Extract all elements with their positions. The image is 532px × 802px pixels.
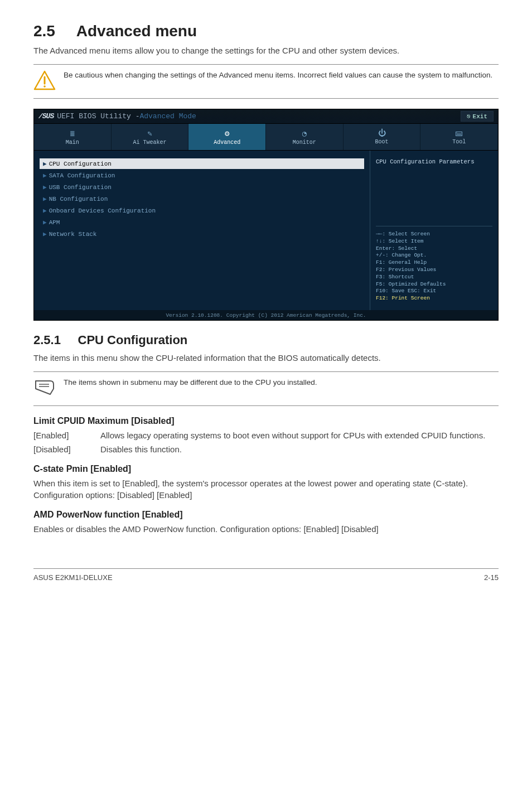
tab-label: Ai Tweaker xyxy=(133,139,167,146)
footer-left: ASUS E2KM1I-DELUXE xyxy=(33,573,113,582)
tab-monitor[interactable]: ◔Monitor xyxy=(266,124,344,150)
tab-label: Advanced xyxy=(214,139,240,146)
bios-help-box: →←: Select Screen ↑↓: Select Item Enter:… xyxy=(376,226,492,302)
definition-row: [Disabled] Disables this function. xyxy=(33,443,499,455)
help-line: F10: Save ESC: Exit xyxy=(376,288,492,295)
section-number: 2.5 xyxy=(33,22,55,40)
tab-ai-tweaker[interactable]: ✎Ai Tweaker xyxy=(112,124,189,150)
menu-item-apm[interactable]: ▶APM xyxy=(40,217,364,228)
bios-exit-button[interactable]: ⎋Exit xyxy=(461,111,494,122)
warning-callout: Be cautious when changing the settings o… xyxy=(33,64,499,99)
page-footer: ASUS E2KM1I-DELUXE 2-15 xyxy=(33,568,499,582)
chevron-right-icon: ▶ xyxy=(43,172,47,179)
help-line: F5: Optimized Defaults xyxy=(376,281,492,288)
option-body-powernow: Enables or disables the AMD PowerNow fun… xyxy=(33,523,499,535)
help-line: Enter: Select xyxy=(376,245,492,253)
subsection-intro: The items in this menu show the CPU-rela… xyxy=(33,352,499,364)
help-line: ↑↓: Select Item xyxy=(376,238,492,245)
definition-row: [Enabled] Allows legacy operating system… xyxy=(33,429,499,441)
tool-icon: 🖴 xyxy=(455,129,463,138)
section-heading: 2.5 Advanced menu xyxy=(33,22,499,40)
definition-term: [Disabled] xyxy=(33,443,100,455)
menu-item-nb-config[interactable]: ▶NB Configuration xyxy=(40,194,364,204)
option-body-cstate: When this item is set to [Enabled], the … xyxy=(33,477,499,501)
bios-tab-bar: ≣Main ✎Ai Tweaker ⚙Advanced ◔Monitor ⏻Bo… xyxy=(34,124,498,151)
definition-term: [Enabled] xyxy=(33,429,100,441)
menu-item-network-stack[interactable]: ▶Network Stack xyxy=(40,229,364,239)
chevron-right-icon: ▶ xyxy=(43,207,47,214)
subsection-title: CPU Configuration xyxy=(78,333,188,347)
note-icon xyxy=(33,378,56,400)
tab-boot[interactable]: ⏻Boot xyxy=(344,124,421,150)
svg-point-2 xyxy=(43,85,46,88)
option-heading-powernow: AMD PowerNow function [Enabled] xyxy=(33,510,499,520)
bios-logo: /SUS xyxy=(38,112,54,120)
menu-item-usb-config[interactable]: ▶USB Configuration xyxy=(40,182,364,192)
help-line: →←: Select Screen xyxy=(376,231,492,238)
option-heading-cstate: C-state Pmin [Enabled] xyxy=(33,464,499,474)
menu-item-cpu-config[interactable]: ▶CPU Configuration xyxy=(40,158,364,169)
bios-screenshot: /SUS UEFI BIOS Utility - Advanced Mode ⎋… xyxy=(33,109,499,321)
footer-right: 2-15 xyxy=(484,573,499,582)
subsection-heading: 2.5.1 CPU Configuration xyxy=(33,333,499,347)
warning-text: Be cautious when changing the settings o… xyxy=(64,70,492,81)
section-title: Advanced menu xyxy=(76,22,197,40)
tab-label: Monitor xyxy=(293,139,316,146)
help-line: +/-: Change Opt. xyxy=(376,252,492,259)
bios-menu-list: ▶CPU Configuration ▶SATA Configuration ▶… xyxy=(34,151,370,310)
option-heading-cpuid: Limit CPUID Maximum [Disabled] xyxy=(33,416,499,426)
tab-label: Tool xyxy=(452,139,466,145)
chevron-right-icon: ▶ xyxy=(43,184,47,191)
chevron-right-icon: ▶ xyxy=(43,161,47,167)
help-line: F1: General Help xyxy=(376,259,492,267)
bios-title-part1: UEFI BIOS Utility - xyxy=(57,112,139,120)
tab-label: Main xyxy=(66,139,79,146)
help-line-highlight: F12: Print Screen xyxy=(376,295,492,302)
tweaker-icon: ✎ xyxy=(147,129,152,138)
menu-item-label: Network Stack xyxy=(49,231,97,238)
bios-body: ▶CPU Configuration ▶SATA Configuration ▶… xyxy=(34,151,498,310)
gear-icon: ⚙ xyxy=(225,129,229,138)
note-callout: The items shown in submenu may be differ… xyxy=(33,371,499,406)
help-line: F2: Previous Values xyxy=(376,267,492,274)
exit-icon: ⎋ xyxy=(467,113,471,120)
tab-tool[interactable]: 🖴Tool xyxy=(420,124,498,150)
help-line: F3: Shortcut xyxy=(376,274,492,281)
bios-footer: Version 2.10.1208. Copyright (C) 2012 Am… xyxy=(34,310,498,320)
warning-icon xyxy=(33,70,56,93)
definition-desc: Allows legacy operating systems to boot … xyxy=(100,429,499,441)
chevron-right-icon: ▶ xyxy=(43,196,47,202)
power-icon: ⏻ xyxy=(378,129,386,138)
menu-item-onboard-devices[interactable]: ▶Onboard Devices Configuration xyxy=(40,205,364,216)
menu-item-label: Onboard Devices Configuration xyxy=(49,207,156,214)
menu-item-sata-config[interactable]: ▶SATA Configuration xyxy=(40,170,364,181)
menu-item-label: SATA Configuration xyxy=(49,172,115,179)
menu-item-label: CPU Configuration xyxy=(49,161,112,167)
subsection-number: 2.5.1 xyxy=(33,333,61,347)
section-intro: The Advanced menu items allow you to cha… xyxy=(33,45,499,56)
chevron-right-icon: ▶ xyxy=(43,231,47,238)
monitor-icon: ◔ xyxy=(302,129,307,138)
bios-side-panel: CPU Configuration Parameters →←: Select … xyxy=(370,151,498,310)
side-heading: CPU Configuration Parameters xyxy=(376,158,492,165)
tab-advanced[interactable]: ⚙Advanced xyxy=(188,124,266,150)
exit-label: Exit xyxy=(473,113,487,120)
menu-item-label: NB Configuration xyxy=(49,196,108,202)
menu-item-label: APM xyxy=(49,219,60,226)
bios-titlebar: /SUS UEFI BIOS Utility - Advanced Mode ⎋… xyxy=(34,109,498,124)
tab-label: Boot xyxy=(375,139,389,145)
chevron-right-icon: ▶ xyxy=(43,219,47,226)
bios-title-part2: Advanced Mode xyxy=(139,112,196,120)
tab-main[interactable]: ≣Main xyxy=(34,124,112,150)
list-icon: ≣ xyxy=(70,129,75,138)
note-text: The items shown in submenu may be differ… xyxy=(64,378,317,388)
definition-desc: Disables this function. xyxy=(100,443,499,455)
menu-item-label: USB Configuration xyxy=(49,184,112,191)
